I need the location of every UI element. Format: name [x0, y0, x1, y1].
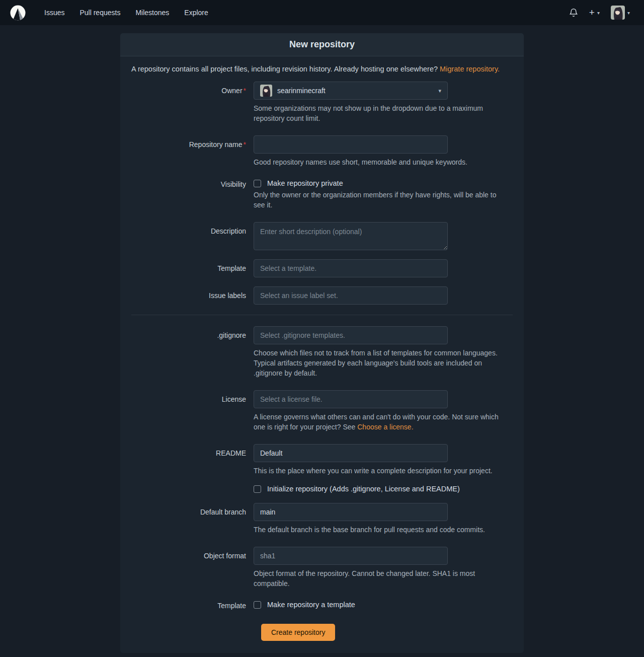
template-flag-label: Template [131, 601, 254, 610]
make-template-checkbox[interactable] [254, 601, 261, 609]
avatar-image [611, 6, 625, 20]
site-logo[interactable] [10, 5, 26, 21]
default-branch-input[interactable] [254, 503, 448, 521]
readme-label: README [131, 444, 254, 476]
chevron-down-icon: ▾ [627, 10, 630, 16]
repository-name-input[interactable] [254, 135, 448, 154]
initialize-repository-checkbox-row[interactable]: Initialize repository (Adds .gitignore, … [254, 485, 513, 493]
make-template-checkbox-row[interactable]: Make repository a template [254, 601, 513, 609]
required-asterisk: * [244, 87, 246, 95]
template-placeholder: Select a template. [260, 264, 316, 272]
issue-labels-placeholder: Select an issue label set. [260, 291, 338, 300]
avatar-image [260, 85, 272, 97]
gitignore-placeholder: Select .gitignore templates. [260, 331, 345, 339]
nav-item-milestones[interactable]: Milestones [130, 4, 175, 21]
gitignore-select[interactable]: Select .gitignore templates. [254, 326, 448, 344]
create-repository-button[interactable]: Create repository [261, 624, 335, 641]
readme-selected-value: Default [260, 449, 282, 457]
description-input[interactable] [254, 222, 448, 250]
migrate-repository-link[interactable]: Migrate repository. [440, 65, 500, 73]
issue-labels-label: Issue labels [131, 286, 254, 305]
gitignore-help-text: Choose which files not to track from a l… [254, 348, 506, 378]
template-select[interactable]: Select a template. [254, 259, 448, 277]
repository-name-label: Repository name* [131, 135, 254, 167]
nav-item-explore[interactable]: Explore [179, 4, 213, 21]
notifications-button[interactable] [565, 5, 582, 20]
bell-icon [569, 8, 578, 17]
object-format-label: Object format [131, 547, 254, 589]
plus-icon: + [589, 9, 595, 17]
mountain-logo-icon [10, 5, 26, 21]
visibility-label: Visibility [131, 179, 254, 210]
empty-label-spacer [131, 485, 254, 493]
license-select[interactable]: Select a license file. [254, 390, 448, 408]
required-asterisk: * [244, 140, 246, 149]
issue-labels-select[interactable]: Select an issue label set. [254, 286, 448, 305]
gitignore-label: .gitignore [131, 326, 254, 378]
make-template-label: Make repository a template [267, 601, 355, 609]
readme-help-text: This is the place where you can write a … [254, 466, 506, 476]
description-label: Description [131, 222, 254, 250]
license-placeholder: Select a license file. [260, 395, 323, 403]
intro-paragraph: A repository contains all project files,… [131, 65, 513, 73]
license-help-text: A license governs what others can and ca… [254, 412, 506, 432]
object-format-help-text: Object format of the repository. Cannot … [254, 568, 506, 589]
initialize-repository-checkbox[interactable] [254, 485, 261, 493]
readme-select[interactable]: Default [254, 444, 448, 462]
owner-help-text: Some organizations may not show up in th… [254, 103, 506, 123]
create-new-button[interactable]: + ▾ [585, 6, 604, 20]
owner-selected-value: searinminecraft [277, 87, 326, 95]
object-format-selected-value: sha1 [260, 552, 275, 560]
owner-select[interactable]: searinminecraft ▾ [254, 82, 448, 100]
choose-a-license-link[interactable]: Choose a license. [357, 423, 413, 431]
default-branch-label: Default branch [131, 503, 254, 535]
license-label: License [131, 390, 254, 432]
user-avatar [611, 6, 625, 20]
object-format-select[interactable]: sha1 [254, 547, 448, 565]
top-navbar: Issues Pull requests Milestones Explore … [0, 0, 644, 25]
chevron-down-icon: ▾ [438, 88, 441, 94]
make-private-label: Make repository private [267, 179, 343, 187]
nav-item-pull-requests[interactable]: Pull requests [74, 4, 126, 21]
new-repository-panel: New repository A repository contains all… [120, 33, 524, 653]
page-title: New repository [289, 39, 355, 50]
intro-text: A repository contains all project files,… [131, 65, 438, 73]
repository-name-help-text: Good repository names use short, memorab… [254, 157, 506, 167]
owner-label: Owner* [131, 82, 254, 123]
section-divider [131, 315, 513, 315]
initialize-repository-label: Initialize repository (Adds .gitignore, … [267, 485, 460, 493]
nav-item-issues[interactable]: Issues [39, 4, 70, 21]
owner-avatar [260, 85, 272, 97]
panel-header: New repository [120, 33, 524, 56]
template-label: Template [131, 259, 254, 277]
user-menu-button[interactable]: ▾ [607, 3, 634, 23]
chevron-down-icon: ▾ [597, 10, 600, 16]
visibility-help-text: Only the owner or the organization membe… [254, 190, 506, 210]
default-branch-help-text: The default branch is the base branch fo… [254, 525, 506, 535]
make-private-checkbox-row[interactable]: Make repository private [254, 179, 513, 187]
make-private-checkbox[interactable] [254, 180, 261, 187]
